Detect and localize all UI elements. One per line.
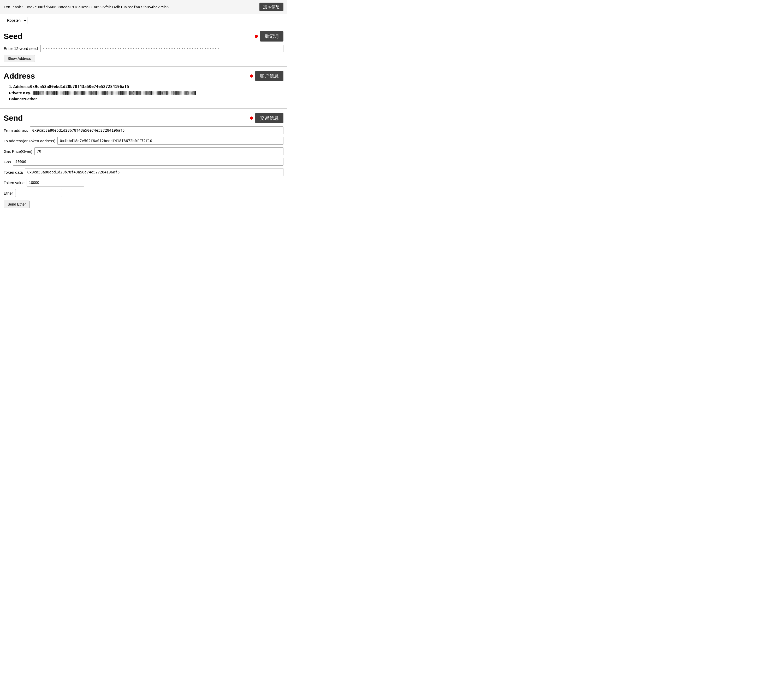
address-number: 1. [9,84,12,89]
token-value-row: Token value [4,179,283,187]
address-badge-area: 账户信息 [250,71,283,81]
gas-input[interactable] [13,158,283,165]
balance-value: 0ether [25,97,37,101]
gas-row: Gas [4,158,283,165]
network-bar: Ropsten Mainnet Rinkeby Kovan [0,14,287,27]
address-section-title: Address [4,72,35,80]
txn-hash: Txn hash: 0xc2c906fd6606388cda1918a0c590… [4,5,257,9]
private-key-value: ██▓▒░ ▓░▒█▓ ░▒█▓░ ▓▒░█▓ ░▓▒█░ ▓█▒░▓ ░▒█▓… [33,91,196,95]
to-address-row: To address(or Token address) [4,137,283,145]
address-section: Address 账户信息 1. Address:0x9ca53a80ebd1d2… [0,67,287,109]
ether-label: Ether [4,191,13,195]
gas-price-row: Gas Price(Gwei) [4,147,283,155]
token-value-label: Token value [4,181,25,185]
seed-section: Seed 助记词 Enter 12-word seed Show Address [0,27,287,67]
send-ether-button[interactable]: Send Ether [4,201,30,208]
txn-tooltip-badge: 提示信息 [260,3,283,11]
ether-input[interactable] [15,189,62,197]
private-key-row: Private Key. ██▓▒░ ▓░▒█▓ ░▒█▓░ ▓▒░█▓ ░▓▒… [9,90,283,95]
balance-row: Balance:0ether [9,97,283,101]
show-address-button[interactable]: Show Address [4,55,35,62]
gas-price-input[interactable] [34,147,283,155]
gas-label: Gas [4,159,11,164]
from-address-row: From address [4,126,283,134]
address-section-header: Address 账户信息 [4,71,283,81]
from-address-input[interactable] [30,126,283,134]
token-value-input[interactable] [26,179,84,187]
seed-badge-area: 助记词 [255,31,283,42]
to-address-label: To address(or Token address) [4,139,55,143]
address-item-number: 1. Address:0x9ca53a80ebd1d28b78f43a50e74… [9,84,283,89]
private-key-label: Private Key. [9,90,31,95]
balance-label: Balance: [9,97,25,101]
seed-badge: 助记词 [260,31,283,42]
from-address-label: From address [4,128,28,133]
txn-hash-label: Txn hash: [4,5,23,9]
network-select[interactable]: Ropsten Mainnet Rinkeby Kovan [4,17,27,24]
seed-label: Enter 12-word seed [4,46,38,51]
send-btn-row: Send Ether [4,201,283,208]
address-label: Address: [13,84,30,89]
gas-price-label: Gas Price(Gwei) [4,149,33,154]
send-section-title: Send [4,114,23,123]
to-address-input[interactable] [58,137,283,145]
token-data-input[interactable] [25,168,283,176]
seed-input[interactable] [40,45,283,52]
token-data-label: Token data [4,170,23,175]
address-item: 1. Address:0x9ca53a80ebd1d28b78f43a50e74… [4,84,283,101]
seed-red-dot [255,35,258,38]
seed-input-row: Enter 12-word seed [4,45,283,52]
address-badge: 账户信息 [255,71,283,81]
seed-section-header: Seed 助记词 [4,31,283,42]
address-red-dot [250,75,253,78]
send-section: Send 交易信息 From address To address(or Tok… [0,109,287,212]
send-badge-area: 交易信息 [250,113,283,123]
send-badge: 交易信息 [255,113,283,123]
txn-hash-value: 0xc2c906fd6606388cda1918a0c5901a6995f9b1… [26,5,169,9]
token-data-row: Token data [4,168,283,176]
send-red-dot [250,117,253,120]
address-value: 0x9ca53a80ebd1d28b78f43a50e74e527284196a… [30,84,129,89]
seed-section-title: Seed [4,32,22,41]
send-section-header: Send 交易信息 [4,113,283,123]
ether-row: Ether [4,189,283,197]
txn-bar: Txn hash: 0xc2c906fd6606388cda1918a0c590… [0,0,287,14]
